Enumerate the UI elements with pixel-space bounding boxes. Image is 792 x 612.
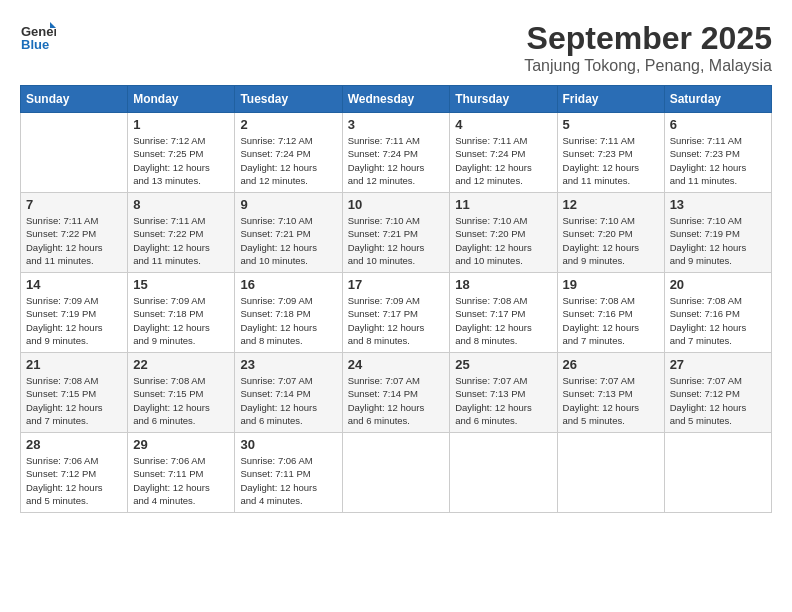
calendar-cell: 30 Sunrise: 7:06 AMSunset: 7:11 PMDaylig…: [235, 433, 342, 513]
calendar-cell: [557, 433, 664, 513]
day-number: 23: [240, 357, 336, 372]
day-info: Sunrise: 7:11 AMSunset: 7:22 PMDaylight:…: [133, 215, 210, 266]
calendar-cell: 6 Sunrise: 7:11 AMSunset: 7:23 PMDayligh…: [664, 113, 771, 193]
calendar-cell: 23 Sunrise: 7:07 AMSunset: 7:14 PMDaylig…: [235, 353, 342, 433]
header-sunday: Sunday: [21, 86, 128, 113]
logo-svg: General Blue: [20, 20, 56, 56]
calendar-cell: 7 Sunrise: 7:11 AMSunset: 7:22 PMDayligh…: [21, 193, 128, 273]
day-number: 28: [26, 437, 122, 452]
calendar-cell: 21 Sunrise: 7:08 AMSunset: 7:15 PMDaylig…: [21, 353, 128, 433]
day-number: 6: [670, 117, 766, 132]
calendar-cell: [21, 113, 128, 193]
day-number: 13: [670, 197, 766, 212]
day-number: 22: [133, 357, 229, 372]
day-number: 14: [26, 277, 122, 292]
day-info: Sunrise: 7:08 AMSunset: 7:17 PMDaylight:…: [455, 295, 532, 346]
calendar-cell: 11 Sunrise: 7:10 AMSunset: 7:20 PMDaylig…: [450, 193, 557, 273]
day-info: Sunrise: 7:09 AMSunset: 7:19 PMDaylight:…: [26, 295, 103, 346]
day-info: Sunrise: 7:10 AMSunset: 7:20 PMDaylight:…: [455, 215, 532, 266]
calendar-cell: 9 Sunrise: 7:10 AMSunset: 7:21 PMDayligh…: [235, 193, 342, 273]
week-row-2: 7 Sunrise: 7:11 AMSunset: 7:22 PMDayligh…: [21, 193, 772, 273]
day-info: Sunrise: 7:09 AMSunset: 7:17 PMDaylight:…: [348, 295, 425, 346]
page-title: September 2025: [524, 20, 772, 57]
day-number: 4: [455, 117, 551, 132]
calendar-cell: 3 Sunrise: 7:11 AMSunset: 7:24 PMDayligh…: [342, 113, 450, 193]
logo: General Blue: [20, 20, 56, 56]
calendar-cell: 12 Sunrise: 7:10 AMSunset: 7:20 PMDaylig…: [557, 193, 664, 273]
day-info: Sunrise: 7:11 AMSunset: 7:24 PMDaylight:…: [348, 135, 425, 186]
calendar-cell: 26 Sunrise: 7:07 AMSunset: 7:13 PMDaylig…: [557, 353, 664, 433]
day-info: Sunrise: 7:08 AMSunset: 7:15 PMDaylight:…: [26, 375, 103, 426]
title-block: September 2025 Tanjung Tokong, Penang, M…: [524, 20, 772, 75]
day-number: 25: [455, 357, 551, 372]
calendar-cell: 27 Sunrise: 7:07 AMSunset: 7:12 PMDaylig…: [664, 353, 771, 433]
day-number: 5: [563, 117, 659, 132]
calendar-cell: [664, 433, 771, 513]
calendar-cell: [342, 433, 450, 513]
page-subtitle: Tanjung Tokong, Penang, Malaysia: [524, 57, 772, 75]
header-saturday: Saturday: [664, 86, 771, 113]
calendar-cell: 25 Sunrise: 7:07 AMSunset: 7:13 PMDaylig…: [450, 353, 557, 433]
day-number: 20: [670, 277, 766, 292]
calendar-cell: 1 Sunrise: 7:12 AMSunset: 7:25 PMDayligh…: [128, 113, 235, 193]
day-info: Sunrise: 7:07 AMSunset: 7:14 PMDaylight:…: [348, 375, 425, 426]
calendar-cell: 19 Sunrise: 7:08 AMSunset: 7:16 PMDaylig…: [557, 273, 664, 353]
day-number: 12: [563, 197, 659, 212]
day-number: 3: [348, 117, 445, 132]
page-header: General Blue September 2025 Tanjung Toko…: [20, 20, 772, 75]
calendar-cell: 8 Sunrise: 7:11 AMSunset: 7:22 PMDayligh…: [128, 193, 235, 273]
calendar-cell: 17 Sunrise: 7:09 AMSunset: 7:17 PMDaylig…: [342, 273, 450, 353]
day-info: Sunrise: 7:07 AMSunset: 7:12 PMDaylight:…: [670, 375, 747, 426]
day-info: Sunrise: 7:06 AMSunset: 7:11 PMDaylight:…: [133, 455, 210, 506]
day-info: Sunrise: 7:10 AMSunset: 7:21 PMDaylight:…: [348, 215, 425, 266]
day-info: Sunrise: 7:09 AMSunset: 7:18 PMDaylight:…: [133, 295, 210, 346]
calendar-cell: 5 Sunrise: 7:11 AMSunset: 7:23 PMDayligh…: [557, 113, 664, 193]
day-info: Sunrise: 7:10 AMSunset: 7:20 PMDaylight:…: [563, 215, 640, 266]
calendar-cell: 24 Sunrise: 7:07 AMSunset: 7:14 PMDaylig…: [342, 353, 450, 433]
day-number: 15: [133, 277, 229, 292]
day-number: 29: [133, 437, 229, 452]
calendar-cell: 20 Sunrise: 7:08 AMSunset: 7:16 PMDaylig…: [664, 273, 771, 353]
header-friday: Friday: [557, 86, 664, 113]
day-number: 16: [240, 277, 336, 292]
header-monday: Monday: [128, 86, 235, 113]
calendar-cell: 4 Sunrise: 7:11 AMSunset: 7:24 PMDayligh…: [450, 113, 557, 193]
header-thursday: Thursday: [450, 86, 557, 113]
calendar-cell: 15 Sunrise: 7:09 AMSunset: 7:18 PMDaylig…: [128, 273, 235, 353]
svg-text:Blue: Blue: [21, 37, 49, 52]
calendar-cell: 28 Sunrise: 7:06 AMSunset: 7:12 PMDaylig…: [21, 433, 128, 513]
week-row-5: 28 Sunrise: 7:06 AMSunset: 7:12 PMDaylig…: [21, 433, 772, 513]
day-number: 1: [133, 117, 229, 132]
calendar-cell: 14 Sunrise: 7:09 AMSunset: 7:19 PMDaylig…: [21, 273, 128, 353]
day-info: Sunrise: 7:06 AMSunset: 7:12 PMDaylight:…: [26, 455, 103, 506]
day-info: Sunrise: 7:12 AMSunset: 7:25 PMDaylight:…: [133, 135, 210, 186]
day-number: 2: [240, 117, 336, 132]
calendar-cell: 29 Sunrise: 7:06 AMSunset: 7:11 PMDaylig…: [128, 433, 235, 513]
day-info: Sunrise: 7:11 AMSunset: 7:24 PMDaylight:…: [455, 135, 532, 186]
calendar-cell: 10 Sunrise: 7:10 AMSunset: 7:21 PMDaylig…: [342, 193, 450, 273]
day-info: Sunrise: 7:12 AMSunset: 7:24 PMDaylight:…: [240, 135, 317, 186]
calendar-cell: [450, 433, 557, 513]
day-number: 26: [563, 357, 659, 372]
week-row-4: 21 Sunrise: 7:08 AMSunset: 7:15 PMDaylig…: [21, 353, 772, 433]
day-number: 24: [348, 357, 445, 372]
day-info: Sunrise: 7:08 AMSunset: 7:16 PMDaylight:…: [563, 295, 640, 346]
day-number: 11: [455, 197, 551, 212]
day-info: Sunrise: 7:07 AMSunset: 7:14 PMDaylight:…: [240, 375, 317, 426]
calendar-header-row: SundayMondayTuesdayWednesdayThursdayFrid…: [21, 86, 772, 113]
calendar-cell: 13 Sunrise: 7:10 AMSunset: 7:19 PMDaylig…: [664, 193, 771, 273]
calendar-cell: 2 Sunrise: 7:12 AMSunset: 7:24 PMDayligh…: [235, 113, 342, 193]
day-number: 18: [455, 277, 551, 292]
day-number: 9: [240, 197, 336, 212]
day-info: Sunrise: 7:10 AMSunset: 7:19 PMDaylight:…: [670, 215, 747, 266]
header-tuesday: Tuesday: [235, 86, 342, 113]
day-info: Sunrise: 7:07 AMSunset: 7:13 PMDaylight:…: [563, 375, 640, 426]
calendar-cell: 16 Sunrise: 7:09 AMSunset: 7:18 PMDaylig…: [235, 273, 342, 353]
day-number: 21: [26, 357, 122, 372]
day-number: 17: [348, 277, 445, 292]
day-info: Sunrise: 7:07 AMSunset: 7:13 PMDaylight:…: [455, 375, 532, 426]
calendar-table: SundayMondayTuesdayWednesdayThursdayFrid…: [20, 85, 772, 513]
day-number: 8: [133, 197, 229, 212]
day-number: 19: [563, 277, 659, 292]
day-number: 30: [240, 437, 336, 452]
